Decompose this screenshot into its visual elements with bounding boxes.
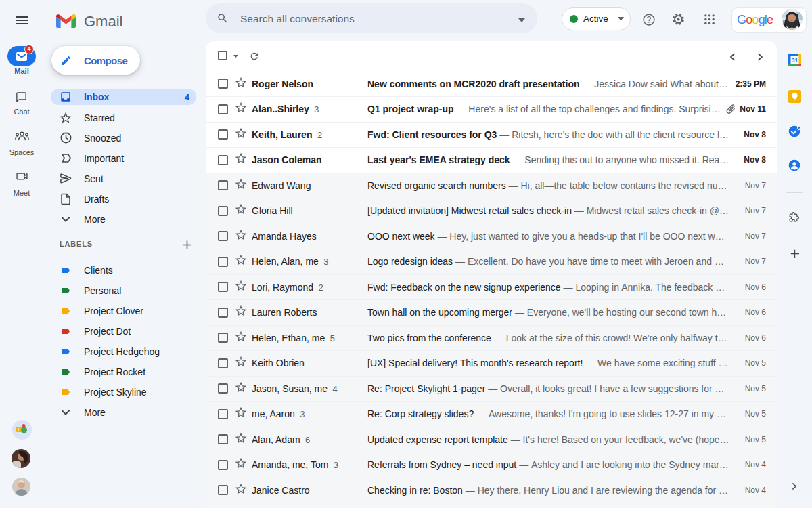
svg-text:31: 31 — [791, 57, 798, 64]
